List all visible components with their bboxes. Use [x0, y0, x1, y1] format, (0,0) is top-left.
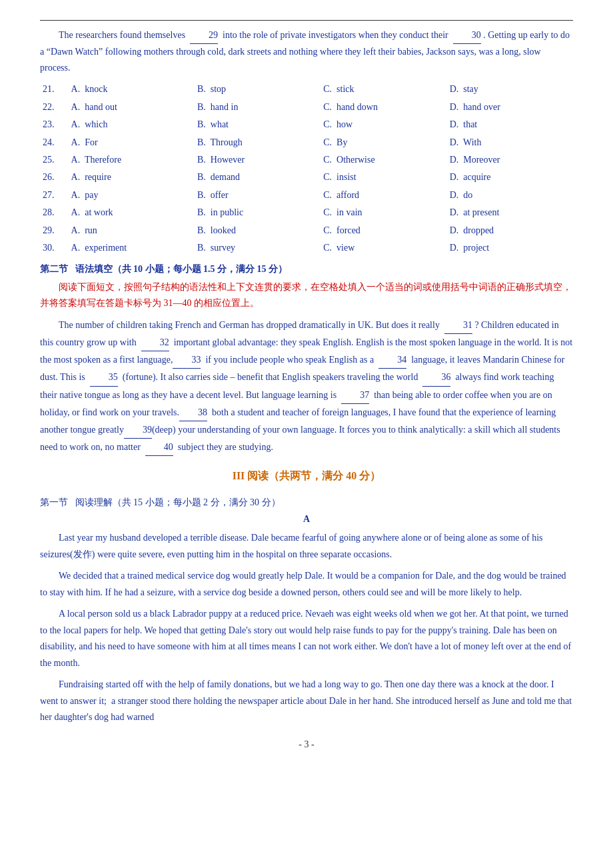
- q-number: 22.: [40, 99, 69, 116]
- top-divider: [40, 20, 573, 21]
- passage-a-para-2: We decided that a trained medical servic…: [40, 568, 573, 601]
- opt-a: A. require: [69, 169, 195, 186]
- mc-row: 29. A. run B. looked C. forced D. droppe…: [40, 222, 573, 239]
- blank-31: 31: [444, 317, 472, 334]
- opt-d: D. dropped: [447, 222, 573, 239]
- opt-c: C. insist: [320, 169, 446, 186]
- mc-row: 26. A. require B. demand C. insist D. ac…: [40, 169, 573, 186]
- opt-d: D. With: [447, 134, 573, 151]
- opt-a: A. knock: [69, 81, 195, 98]
- passage-a-para-4: Fundraising started off with the help of…: [40, 677, 573, 726]
- opt-d: D. at present: [447, 204, 573, 221]
- blank-40: 40: [145, 439, 173, 456]
- opt-a: A. hand out: [69, 99, 195, 116]
- section3-title: III 阅读（共两节，满分 40 分）: [40, 469, 573, 483]
- opt-a: A. at work: [69, 204, 195, 221]
- opt-c: C. view: [320, 239, 446, 257]
- mc-row: 27. A. pay B. offer C. afford D. do: [40, 187, 573, 204]
- opt-a: A. For: [69, 134, 195, 151]
- opt-d: D. Moreover: [447, 151, 573, 169]
- opt-a: A. which: [69, 116, 195, 133]
- opt-c: C. Otherwise: [320, 151, 446, 169]
- opt-b: B. hand in: [195, 99, 320, 116]
- opt-b: B. However: [195, 151, 320, 169]
- opt-b: B. survey: [195, 239, 320, 257]
- page-number: - 3 -: [40, 739, 573, 750]
- mc-row: 22. A. hand out B. hand in C. hand down …: [40, 99, 573, 116]
- opt-b: B. what: [195, 116, 320, 133]
- opt-c: C. hand down: [320, 99, 446, 116]
- mc-row: 30. A. experiment B. survey C. view D. p…: [40, 239, 573, 257]
- mc-questions-table: 21. A. knock B. stop C. stick D. stay 22…: [40, 81, 573, 257]
- passage-a-para-3: A local person sold us a black Labrador …: [40, 606, 573, 671]
- opt-b: B. Through: [195, 134, 320, 151]
- opt-b: B. offer: [195, 187, 320, 204]
- opt-c: C. By: [320, 134, 446, 151]
- section2-header: 第二节 语法填空（共 10 小题；每小题 1.5 分，满分 15 分）: [40, 263, 573, 275]
- opt-d: D. that: [447, 116, 573, 133]
- opt-d: D. hand over: [447, 99, 573, 116]
- q-number: 24.: [40, 134, 69, 151]
- opt-b: B. stop: [195, 81, 320, 98]
- blank-36: 36: [422, 369, 450, 386]
- intro-paragraph-1: The researchers found themselves 29 into…: [40, 27, 573, 75]
- instruction-text: 阅读下面短文，按照句子结构的语法性和上下文连贯的要求，在空格处填入一个适当的词或…: [40, 279, 573, 311]
- q-number: 29.: [40, 222, 69, 239]
- blank-33: 33: [173, 351, 201, 369]
- opt-c: C. in vain: [320, 204, 446, 221]
- mc-row: 25. A. Therefore B. However C. Otherwise…: [40, 151, 573, 169]
- q-number: 30.: [40, 239, 69, 257]
- blank-34: 34: [378, 351, 406, 369]
- opt-a: A. experiment: [69, 239, 195, 257]
- q-number: 23.: [40, 116, 69, 133]
- passage-a-title: A: [40, 514, 573, 525]
- opt-c: C. stick: [320, 81, 446, 98]
- fill-paragraph: The number of children taking French and…: [40, 317, 573, 457]
- opt-d: D. stay: [447, 81, 573, 98]
- blank-29: 29: [190, 27, 218, 44]
- mc-row: 28. A. at work B. in public C. in vain D…: [40, 204, 573, 221]
- blank-30: 30: [453, 27, 481, 44]
- opt-d: D. acquire: [447, 169, 573, 186]
- opt-b: B. demand: [195, 169, 320, 186]
- fill-in-blank-paragraph: The number of children taking French and…: [40, 317, 573, 457]
- blank-35: 35: [90, 369, 118, 386]
- mc-row: 23. A. which B. what C. how D. that: [40, 116, 573, 133]
- q-number: 25.: [40, 151, 69, 169]
- q-number: 26.: [40, 169, 69, 186]
- blank-37: 37: [341, 387, 369, 404]
- opt-c: C. forced: [320, 222, 446, 239]
- opt-d: D. project: [447, 239, 573, 257]
- opt-c: C. how: [320, 116, 446, 133]
- passage-a-para-1: Last year my husband developed a terribl…: [40, 530, 573, 563]
- blank-38: 38: [179, 404, 207, 421]
- opt-a: A. run: [69, 222, 195, 239]
- opt-d: D. do: [447, 187, 573, 204]
- blank-32: 32: [141, 334, 169, 351]
- opt-b: B. in public: [195, 204, 320, 221]
- reading-section-header: 第一节 阅读理解（共 15 小题；每小题 2 分，满分 30 分）: [40, 497, 573, 509]
- q-number: 21.: [40, 81, 69, 98]
- opt-a: A. pay: [69, 187, 195, 204]
- opt-c: C. afford: [320, 187, 446, 204]
- q-number: 27.: [40, 187, 69, 204]
- q-number: 28.: [40, 204, 69, 221]
- opt-b: B. looked: [195, 222, 320, 239]
- mc-row: 24. A. For B. Through C. By D. With: [40, 134, 573, 151]
- mc-row: 21. A. knock B. stop C. stick D. stay: [40, 81, 573, 98]
- passage-a-content: Last year my husband developed a terribl…: [40, 530, 573, 726]
- blank-39: 39: [124, 421, 152, 439]
- opt-a: A. Therefore: [69, 151, 195, 169]
